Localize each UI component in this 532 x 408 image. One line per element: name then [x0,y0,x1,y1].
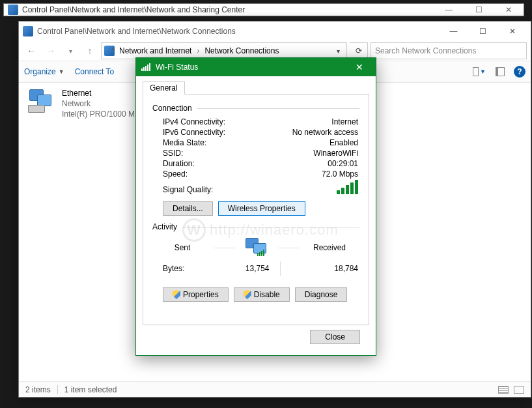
wireless-properties-button[interactable]: Wireless Properties [218,201,305,216]
breadcrumb-dropdown-icon[interactable]: ▾ [335,48,344,55]
ipv6-value: No network access [292,128,358,137]
properties-button[interactable]: Properties [163,287,229,302]
preview-pane-button[interactable] [493,65,507,79]
dash-icon: ——— [278,243,298,252]
recent-locations-button[interactable]: ▾ [62,42,79,59]
breadcrumb-item[interactable]: Network and Internet [117,46,193,55]
background-window-title: Control Panel\Network and Internet\Netwo… [22,5,438,14]
dialog-title: Wi-Fi Status [156,63,348,72]
maximize-button[interactable]: ☐ [468,22,497,40]
speed-value: 72.0 Mbps [322,169,358,179]
large-icons-view-icon[interactable] [514,386,524,394]
ssid-label: SSID: [163,149,183,158]
bytes-label: Bytes: [163,264,202,273]
disable-button[interactable]: Disable [234,287,290,302]
connect-to-label: Connect To [75,67,115,76]
diagnose-button[interactable]: Diagnose [295,287,348,302]
duration-value: 00:29:01 [328,159,358,168]
received-label: Received [307,243,352,252]
speed-label: Speed: [163,169,188,179]
wifi-status-dialog: Wi-Fi Status ✕ General Connection IPv4 C… [135,57,376,356]
sent-label: Sent [160,243,205,252]
bytes-received-value: 18,784 [291,264,359,273]
network-adapter-icon [28,88,54,114]
status-selection: 1 item selected [64,385,117,394]
tab-panel: Connection IPv4 Connectivity:Internet IP… [143,95,369,325]
dash-icon: ——— [214,243,234,252]
signal-icon [141,63,150,71]
activity-network-icon [243,238,269,257]
ipv4-label: IPv4 Connectivity: [163,117,225,126]
breadcrumb-icon [104,46,115,56]
shield-icon [173,290,180,299]
control-panel-icon [23,26,33,36]
forward-button[interactable]: → [42,42,59,59]
status-bar: 2 items 1 item selected [19,381,531,397]
disable-label: Disable [254,290,280,299]
adapter-status: Network [62,98,135,109]
up-button[interactable]: ↑ [81,42,98,59]
details-button[interactable]: Details... [163,201,213,216]
adapter-name: Ethernet [62,88,135,98]
window-title: Control Panel\Network and Internet\Netwo… [37,27,439,36]
close-icon[interactable]: ✕ [497,5,520,14]
properties-label: Properties [183,290,219,299]
organize-label: Organize [24,67,56,76]
dialog-close-button[interactable]: ✕ [348,62,371,72]
background-window-controls: — ☐ ✕ [438,5,520,14]
maximize-icon[interactable]: ☐ [468,5,490,14]
search-placeholder: Search Network Connections [375,46,476,55]
connect-to-button[interactable]: Connect To [75,67,115,76]
tab-general[interactable]: General [143,81,185,95]
media-state-value: Enabled [329,138,358,147]
chevron-down-icon: ▼ [59,68,64,75]
view-options-button[interactable]: ▼ [472,65,486,79]
back-button[interactable]: ← [23,42,40,59]
shield-icon [244,290,251,299]
background-window-titlebar: Control Panel\Network and Internet\Netwo… [3,3,524,16]
close-button[interactable]: Close [310,330,360,344]
chevron-right-icon[interactable]: › [195,46,201,55]
control-panel-icon [8,5,18,15]
window-titlebar[interactable]: Control Panel\Network and Internet\Netwo… [19,22,531,41]
ipv6-label: IPv6 Connectivity: [163,128,225,137]
minimize-button[interactable]: — [439,22,468,40]
minimize-icon[interactable]: — [438,5,460,14]
ssid-value: WinaeroWiFi [313,149,358,158]
group-activity-label: Activity [152,222,177,231]
dialog-titlebar[interactable]: Wi-Fi Status ✕ [136,58,376,76]
breadcrumb-item[interactable]: Network Connections [203,46,281,55]
group-connection-label: Connection [152,104,192,113]
adapter-device: Intel(R) PRO/1000 M [62,109,135,119]
ipv4-value: Internet [331,117,358,126]
signal-quality-label: Signal Quality: [163,185,213,194]
details-view-icon[interactable] [498,386,509,394]
help-button[interactable]: ? [514,66,525,78]
duration-label: Duration: [163,159,195,168]
tab-strip: General [143,80,369,95]
organize-menu[interactable]: Organize ▼ [24,67,64,76]
bytes-sent-value: 13,754 [202,264,270,273]
search-input[interactable]: Search Network Connections [371,42,527,59]
media-state-label: Media State: [163,138,206,147]
status-item-count: 2 items [25,385,51,394]
signal-quality-bars-icon [337,180,358,194]
close-button[interactable]: ✕ [497,22,527,40]
